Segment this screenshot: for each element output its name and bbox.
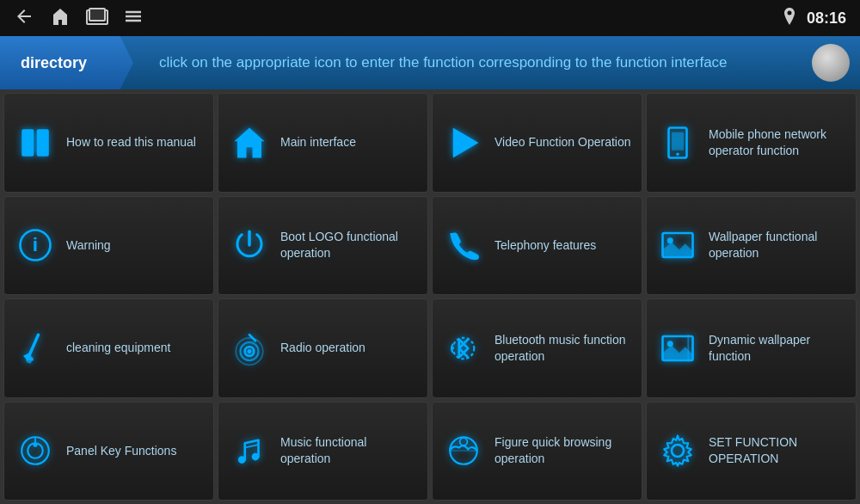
item-label-wallpaper: Wallpaper functional operation bbox=[709, 229, 845, 261]
item-label-video: Video Function Operation bbox=[494, 134, 631, 151]
status-bar: 08:16 bbox=[0, 0, 860, 36]
landscape-icon bbox=[443, 430, 484, 471]
item-label-cleaning: cleaning equipment bbox=[66, 340, 170, 356]
svg-point-41 bbox=[672, 445, 684, 457]
location-icon bbox=[783, 8, 796, 28]
svg-text:i: i bbox=[33, 233, 38, 255]
svg-point-36 bbox=[252, 453, 260, 461]
radio-icon bbox=[229, 328, 270, 369]
info-icon: i bbox=[15, 224, 56, 266]
grid-item-music[interactable]: Music functional operation bbox=[218, 402, 428, 501]
phone-screen-icon bbox=[657, 122, 698, 163]
directory-label: directory bbox=[0, 36, 133, 89]
back-button[interactable] bbox=[14, 6, 34, 31]
grid-item-how-to-read[interactable]: How to read this manual bbox=[3, 93, 214, 193]
item-label-figure: Figure quick browsing operation bbox=[494, 434, 631, 467]
directory-circle bbox=[812, 44, 850, 82]
grid-container: How to read this manual Main interface V… bbox=[0, 89, 860, 504]
book-icon bbox=[15, 122, 56, 163]
grid-item-wallpaper[interactable]: Wallpaper functional operation bbox=[646, 196, 857, 296]
svg-point-23 bbox=[247, 349, 251, 353]
svg-point-35 bbox=[238, 456, 246, 464]
phone-icon bbox=[443, 224, 484, 266]
home-button[interactable] bbox=[50, 6, 71, 31]
item-label-main-interface: Main interface bbox=[280, 134, 356, 151]
music-icon bbox=[229, 430, 270, 471]
grid-item-telephony[interactable]: Telephony features bbox=[432, 196, 642, 296]
grid-item-dynamic-wallpaper[interactable]: Dynamic wallpaper function bbox=[646, 298, 857, 398]
svg-point-39 bbox=[460, 438, 468, 446]
item-label-radio: Radio operation bbox=[280, 340, 366, 356]
power-icon bbox=[229, 224, 270, 266]
grid-item-panel-key[interactable]: Panel Key Functions bbox=[3, 402, 214, 501]
svg-rect-1 bbox=[89, 9, 105, 21]
item-label-boot-logo: Boot LOGO functional operation bbox=[280, 229, 417, 261]
directory-bar: directory click on the appropriate icon … bbox=[0, 36, 860, 89]
item-label-how-to-read: How to read this manual bbox=[66, 134, 196, 151]
directory-description: click on the appropriate icon to enter t… bbox=[133, 52, 812, 73]
item-label-music: Music functional operation bbox=[280, 434, 417, 467]
svg-point-26 bbox=[453, 338, 475, 360]
item-label-warning: Warning bbox=[66, 237, 111, 254]
grid-item-radio[interactable]: Radio operation bbox=[218, 298, 428, 398]
nav-icons[interactable] bbox=[14, 6, 143, 31]
gear-icon bbox=[657, 430, 698, 471]
menu-button[interactable] bbox=[124, 9, 143, 28]
status-right: 08:16 bbox=[783, 8, 846, 28]
grid-item-bluetooth[interactable]: Bluetooth music function operation bbox=[432, 298, 642, 398]
svg-point-13 bbox=[676, 152, 679, 156]
svg-line-37 bbox=[245, 445, 259, 448]
grid-item-mobile[interactable]: Mobile phone network operator function bbox=[646, 93, 857, 193]
play-icon bbox=[443, 122, 484, 163]
svg-marker-9 bbox=[235, 127, 265, 157]
bluetooth-icon bbox=[443, 328, 484, 369]
image-icon bbox=[657, 224, 698, 266]
home-icon bbox=[229, 122, 270, 163]
item-label-panel-key: Panel Key Functions bbox=[66, 443, 176, 459]
item-label-telephony: Telephony features bbox=[494, 237, 596, 254]
grid-item-video[interactable]: Video Function Operation bbox=[432, 93, 642, 193]
svg-marker-10 bbox=[453, 127, 479, 157]
touch-icon bbox=[15, 430, 56, 471]
broom-icon bbox=[15, 328, 56, 369]
image2-icon bbox=[657, 328, 698, 369]
clock: 08:16 bbox=[807, 9, 846, 28]
grid-item-cleaning[interactable]: cleaning equipment bbox=[3, 298, 214, 398]
item-label-mobile: Mobile phone network operator function bbox=[709, 126, 845, 159]
svg-rect-12 bbox=[672, 132, 684, 151]
item-label-set-function: SET FUNCTION OPERATION bbox=[709, 434, 845, 467]
grid-item-boot-logo[interactable]: Boot LOGO functional operation bbox=[218, 196, 428, 296]
grid-item-main-interface[interactable]: Main interface bbox=[218, 93, 428, 193]
grid-item-set-function[interactable]: SET FUNCTION OPERATION bbox=[646, 402, 857, 501]
item-label-dynamic-wallpaper: Dynamic wallpaper function bbox=[709, 332, 845, 365]
grid-item-figure[interactable]: Figure quick browsing operation bbox=[432, 402, 642, 501]
item-label-bluetooth: Bluetooth music function operation bbox=[494, 332, 631, 365]
recent-button[interactable] bbox=[86, 8, 108, 29]
grid-item-warning[interactable]: i Warning bbox=[3, 196, 214, 296]
